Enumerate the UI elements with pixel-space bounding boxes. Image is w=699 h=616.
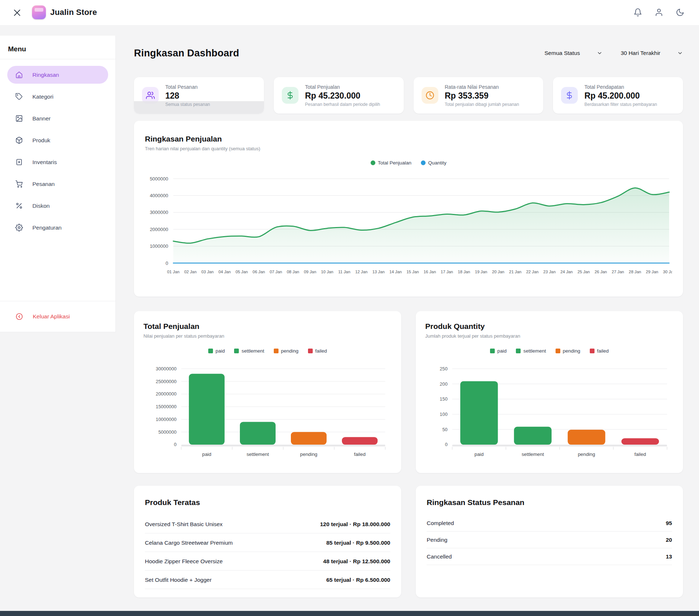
stat-value: Rp 45.230.000 xyxy=(305,91,380,101)
svg-text:03 Jan: 03 Jan xyxy=(201,270,214,274)
legend-item-pending[interactable]: pending xyxy=(556,348,580,354)
menu-list: Ringkasan Kategori Banner Produk Inventa… xyxy=(0,59,115,237)
page-title: Ringkasan Dashboard xyxy=(134,48,239,59)
svg-text:0: 0 xyxy=(174,442,177,447)
svg-text:3000000: 3000000 xyxy=(150,210,168,215)
sidebar-item-pesanan[interactable]: Pesanan xyxy=(7,175,108,193)
svg-text:30000000: 30000000 xyxy=(156,366,177,371)
legend-item-quantity[interactable]: Quantity xyxy=(421,160,446,166)
sidebar-item-diskon[interactable]: Diskon xyxy=(7,197,108,215)
logout-icon xyxy=(15,313,23,321)
sales-trend-card: Ringkasan Penjualan Tren harian nilai pe… xyxy=(134,121,683,297)
top-products-card: Produk Teratas Oversized T-Shirt Basic U… xyxy=(134,486,401,597)
legend-swatch xyxy=(308,349,313,353)
product-detail: 85 terjual · Rp 9.500.000 xyxy=(326,540,390,546)
moon-icon[interactable] xyxy=(676,8,684,17)
bottom-row: Produk Teratas Oversized T-Shirt Basic U… xyxy=(134,486,683,597)
legend-item-paid[interactable]: paid xyxy=(208,348,225,354)
stat-card-total-pesanan: Total Pesanan 128 Semua status pesanan xyxy=(134,77,264,114)
svg-text:05 Jan: 05 Jan xyxy=(236,270,248,274)
legend-label: Total Penjualan xyxy=(378,160,411,166)
close-icon[interactable] xyxy=(12,8,22,17)
svg-text:10000000: 10000000 xyxy=(156,417,177,422)
svg-text:paid: paid xyxy=(202,452,211,457)
svg-text:4000000: 4000000 xyxy=(150,193,168,198)
svg-text:50: 50 xyxy=(442,427,447,432)
gear-icon xyxy=(15,224,23,231)
bell-icon[interactable] xyxy=(633,8,642,17)
tag-icon xyxy=(15,93,23,100)
svg-text:30 Jan: 30 Jan xyxy=(663,270,672,274)
stat-value: 128 xyxy=(165,91,210,101)
legend-item-failed[interactable]: failed xyxy=(590,348,609,354)
sidebar-item-ringkasan[interactable]: Ringkasan xyxy=(7,66,108,84)
stat-label: Total Penjualan xyxy=(305,84,380,90)
legend-label: Quantity xyxy=(428,160,446,166)
legend-label: settlement xyxy=(523,348,546,354)
legend-swatch xyxy=(490,349,495,353)
status-filter-value: Semua Status xyxy=(545,50,580,56)
order-status-title: Ringkasan Status Pesanan xyxy=(427,498,672,507)
legend-item-pending[interactable]: pending xyxy=(274,348,299,354)
legend-item-paid[interactable]: paid xyxy=(490,348,507,354)
legend-label: settlement xyxy=(241,348,264,354)
legend-swatch xyxy=(421,160,426,165)
user-icon[interactable] xyxy=(655,8,663,17)
legend-item-total-penjualan[interactable]: Total Penjualan xyxy=(371,160,411,166)
svg-text:150: 150 xyxy=(440,396,447,402)
sidebar-item-kategori[interactable]: Kategori xyxy=(7,88,108,106)
legend-swatch xyxy=(208,349,213,353)
svg-text:06 Jan: 06 Jan xyxy=(253,270,265,274)
legend-swatch xyxy=(590,349,595,353)
period-filter-value: 30 Hari Terakhir xyxy=(621,50,660,56)
list-item: Set Outfit Hoodie + Jogger 65 terjual · … xyxy=(145,571,390,589)
svg-text:07 Jan: 07 Jan xyxy=(270,270,282,274)
legend-label: failed xyxy=(597,348,609,354)
package-icon xyxy=(15,136,23,144)
svg-text:5000000: 5000000 xyxy=(158,429,177,435)
svg-text:25 Jan: 25 Jan xyxy=(577,270,590,274)
svg-text:paid: paid xyxy=(474,452,483,457)
sidebar-item-label: Ringkasan xyxy=(32,72,59,78)
legend-swatch xyxy=(274,349,279,353)
legend-item-failed[interactable]: failed xyxy=(308,348,327,354)
svg-text:200: 200 xyxy=(440,381,447,387)
stat-subtitle: Pesanan berhasil dalam periode dipilih xyxy=(305,102,380,107)
legend-label: paid xyxy=(216,348,225,354)
sales-by-status-card: Total Penjualan Nilai penjualan per stat… xyxy=(134,311,401,473)
svg-text:08 Jan: 08 Jan xyxy=(287,270,299,274)
stat-card-total-pendapatan: Total Pendapatan Rp 45.200.000 Berdasark… xyxy=(553,77,683,114)
svg-text:16 Jan: 16 Jan xyxy=(424,270,436,274)
top-products-title: Produk Teratas xyxy=(145,498,390,507)
sidebar-item-inventaris[interactable]: Inventaris xyxy=(7,153,108,171)
sidebar-item-banner[interactable]: Banner xyxy=(7,110,108,127)
sidebar-item-produk[interactable]: Produk xyxy=(7,131,108,149)
status-filter-dropdown[interactable]: Semua Status xyxy=(545,50,603,56)
svg-text:02 Jan: 02 Jan xyxy=(184,270,197,274)
logout-button[interactable]: Keluar Aplikasi xyxy=(0,301,115,332)
svg-text:settlement: settlement xyxy=(246,452,269,457)
sidebar: Menu Ringkasan Kategori Banner Produk xyxy=(0,36,116,332)
svg-text:12 Jan: 12 Jan xyxy=(355,270,368,274)
sidebar-item-pengaturan[interactable]: Pengaturan xyxy=(7,219,108,237)
dollar-icon xyxy=(282,87,299,104)
sidebar-item-label: Inventaris xyxy=(32,159,57,166)
legend-swatch xyxy=(371,160,375,165)
svg-text:26 Jan: 26 Jan xyxy=(595,270,607,274)
legend-label: failed xyxy=(315,348,327,354)
sidebar-item-label: Produk xyxy=(32,137,50,144)
home-icon xyxy=(15,71,23,79)
chevron-down-icon xyxy=(677,50,683,56)
svg-text:09 Jan: 09 Jan xyxy=(304,270,316,274)
svg-text:17 Jan: 17 Jan xyxy=(441,270,453,274)
svg-text:1000000: 1000000 xyxy=(150,243,168,249)
image-icon xyxy=(15,115,23,122)
order-status-card: Ringkasan Status Pesanan Completed 95 Pe… xyxy=(416,486,683,597)
cart-icon xyxy=(15,180,23,188)
stat-subtitle: Semua status pesanan xyxy=(165,102,210,107)
legend-item-settlement[interactable]: settlement xyxy=(516,348,546,354)
legend-item-settlement[interactable]: settlement xyxy=(234,348,264,354)
svg-text:failed: failed xyxy=(635,452,646,457)
page-header: Ringkasan Dashboard Semua Status 30 Hari… xyxy=(134,43,683,63)
period-filter-dropdown[interactable]: 30 Hari Terakhir xyxy=(621,50,683,56)
